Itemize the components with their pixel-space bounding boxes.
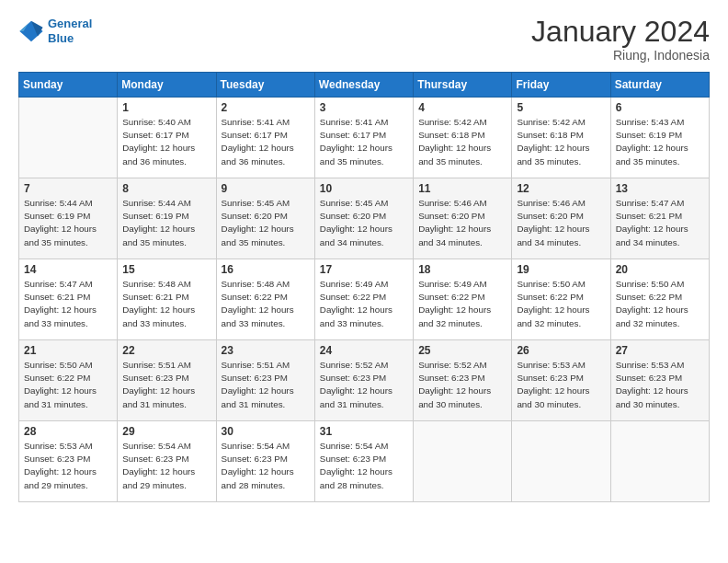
day-detail-line: Sunrise: 5:53 AM (517, 360, 586, 370)
day-detail-line: and 28 minutes. (222, 480, 286, 490)
day-detail-line: and 35 minutes. (418, 156, 483, 167)
day-number: 3 (320, 101, 408, 114)
day-number: 18 (418, 263, 506, 276)
day-detail-line: Sunrise: 5:50 AM (517, 279, 586, 289)
day-detail-line: and 34 minutes. (418, 237, 483, 247)
day-detail-line: Sunset: 6:22 PM (320, 292, 386, 302)
table-row: 23Sunrise: 5:51 AMSunset: 6:23 PMDayligh… (216, 340, 314, 421)
table-row: 13Sunrise: 5:47 AMSunset: 6:21 PMDayligh… (610, 178, 709, 259)
table-row: 11Sunrise: 5:46 AMSunset: 6:20 PMDayligh… (414, 178, 512, 259)
day-detail-line: Sunrise: 5:42 AM (517, 117, 586, 127)
day-detail-line: Daylight: 12 hours (24, 224, 97, 234)
logo-line2: Blue (48, 31, 74, 45)
day-detail-line: Sunset: 6:20 PM (320, 211, 386, 221)
day-detail-line: Sunrise: 5:48 AM (122, 279, 191, 289)
day-info: Sunrise: 5:53 AMSunset: 6:23 PMDaylight:… (24, 440, 112, 492)
day-detail-line: Sunset: 6:22 PM (222, 292, 288, 302)
table-row: 8Sunrise: 5:44 AMSunset: 6:19 PMDaylight… (118, 178, 216, 259)
day-detail-line: and 30 minutes. (616, 399, 680, 409)
day-number: 15 (122, 263, 210, 276)
table-row (414, 421, 512, 502)
day-detail-line: Sunrise: 5:50 AM (616, 279, 685, 289)
day-number: 21 (24, 344, 112, 357)
day-detail-line: Sunset: 6:23 PM (24, 454, 90, 464)
day-info: Sunrise: 5:48 AMSunset: 6:22 PMDaylight:… (222, 278, 310, 330)
day-detail-line: Sunrise: 5:54 AM (222, 441, 290, 451)
day-number: 26 (517, 344, 605, 357)
day-number: 10 (320, 182, 408, 195)
day-detail-line: Sunrise: 5:41 AM (222, 117, 290, 127)
day-detail-line: Sunset: 6:23 PM (418, 373, 484, 383)
day-detail-line: Sunrise: 5:47 AM (24, 279, 93, 289)
day-detail-line: Sunrise: 5:42 AM (418, 117, 487, 127)
day-detail-line: and 34 minutes. (517, 237, 581, 247)
table-row: 6Sunrise: 5:43 AMSunset: 6:19 PMDaylight… (610, 98, 709, 178)
day-detail-line: and 32 minutes. (418, 318, 483, 328)
day-info: Sunrise: 5:53 AMSunset: 6:23 PMDaylight:… (517, 359, 605, 411)
table-row: 27Sunrise: 5:53 AMSunset: 6:23 PMDayligh… (610, 340, 709, 421)
day-detail-line: Sunset: 6:20 PM (418, 211, 484, 221)
day-detail-line: Sunset: 6:21 PM (122, 292, 188, 302)
day-number: 23 (222, 344, 310, 357)
day-detail-line: Sunset: 6:19 PM (24, 211, 90, 221)
day-number: 14 (24, 263, 112, 276)
day-detail-line: Sunrise: 5:43 AM (616, 117, 685, 127)
day-info: Sunrise: 5:40 AMSunset: 6:17 PMDaylight:… (122, 116, 210, 168)
day-info: Sunrise: 5:50 AMSunset: 6:22 PMDaylight:… (24, 359, 112, 411)
table-row: 1Sunrise: 5:40 AMSunset: 6:17 PMDaylight… (118, 98, 216, 178)
header-tuesday: Tuesday (216, 73, 314, 98)
logo-text: General Blue (48, 17, 92, 45)
table-row: 7Sunrise: 5:44 AMSunset: 6:19 PMDaylight… (19, 178, 118, 259)
day-detail-line: and 35 minutes. (320, 156, 384, 167)
day-detail-line: Daylight: 12 hours (616, 385, 688, 396)
day-number: 28 (24, 425, 112, 438)
day-info: Sunrise: 5:52 AMSunset: 6:23 PMDaylight:… (320, 359, 408, 411)
day-detail-line: Daylight: 12 hours (616, 304, 688, 315)
day-detail-line: and 34 minutes. (320, 237, 384, 247)
day-detail-line: and 32 minutes. (517, 318, 581, 328)
day-info: Sunrise: 5:49 AMSunset: 6:22 PMDaylight:… (320, 278, 408, 330)
day-detail-line: Sunrise: 5:45 AM (222, 198, 290, 208)
day-detail-line: Sunrise: 5:53 AM (24, 441, 93, 451)
day-info: Sunrise: 5:47 AMSunset: 6:21 PMDaylight:… (24, 278, 112, 330)
day-info: Sunrise: 5:50 AMSunset: 6:22 PMDaylight:… (616, 278, 704, 330)
day-detail-line: Daylight: 12 hours (222, 466, 294, 477)
day-detail-line: and 36 minutes. (122, 156, 187, 167)
month-title: January 2024 (531, 17, 710, 46)
day-info: Sunrise: 5:49 AMSunset: 6:22 PMDaylight:… (418, 278, 506, 330)
day-number: 31 (320, 425, 408, 438)
day-number: 16 (222, 263, 310, 276)
day-detail-line: Sunset: 6:18 PM (418, 130, 484, 140)
day-detail-line: Sunset: 6:19 PM (122, 211, 188, 221)
day-detail-line: Daylight: 12 hours (320, 466, 392, 477)
day-detail-line: Daylight: 12 hours (616, 224, 688, 234)
day-number: 24 (320, 344, 408, 357)
day-detail-line: and 33 minutes. (320, 318, 384, 328)
day-info: Sunrise: 5:41 AMSunset: 6:17 PMDaylight:… (222, 116, 310, 168)
day-detail-line: Sunrise: 5:40 AM (122, 117, 191, 127)
day-detail-line: and 31 minutes. (24, 399, 88, 409)
table-row (512, 421, 610, 502)
day-detail-line: Sunrise: 5:44 AM (122, 198, 191, 208)
day-detail-line: Sunrise: 5:41 AM (320, 117, 389, 127)
day-detail-line: Daylight: 12 hours (418, 224, 491, 234)
day-detail-line: Daylight: 12 hours (122, 224, 195, 234)
day-detail-line: Sunrise: 5:48 AM (222, 279, 290, 289)
day-detail-line: Sunrise: 5:47 AM (616, 198, 685, 208)
logo-icon (18, 18, 44, 44)
day-detail-line: Daylight: 12 hours (517, 304, 589, 315)
day-number: 2 (222, 101, 310, 114)
day-detail-line: Sunrise: 5:46 AM (517, 198, 586, 208)
table-row: 15Sunrise: 5:48 AMSunset: 6:21 PMDayligh… (118, 259, 216, 340)
day-detail-line: Sunset: 6:23 PM (222, 373, 288, 383)
table-row: 22Sunrise: 5:51 AMSunset: 6:23 PMDayligh… (118, 340, 216, 421)
day-number: 8 (122, 182, 210, 195)
day-number: 1 (122, 101, 210, 114)
day-detail-line: Sunrise: 5:51 AM (222, 360, 290, 370)
week-row-1: 1Sunrise: 5:40 AMSunset: 6:17 PMDaylight… (19, 98, 710, 178)
table-row: 29Sunrise: 5:54 AMSunset: 6:23 PMDayligh… (118, 421, 216, 502)
header-saturday: Saturday (610, 73, 709, 98)
day-info: Sunrise: 5:46 AMSunset: 6:20 PMDaylight:… (517, 197, 605, 249)
day-number: 6 (616, 101, 704, 114)
header-thursday: Thursday (414, 73, 512, 98)
